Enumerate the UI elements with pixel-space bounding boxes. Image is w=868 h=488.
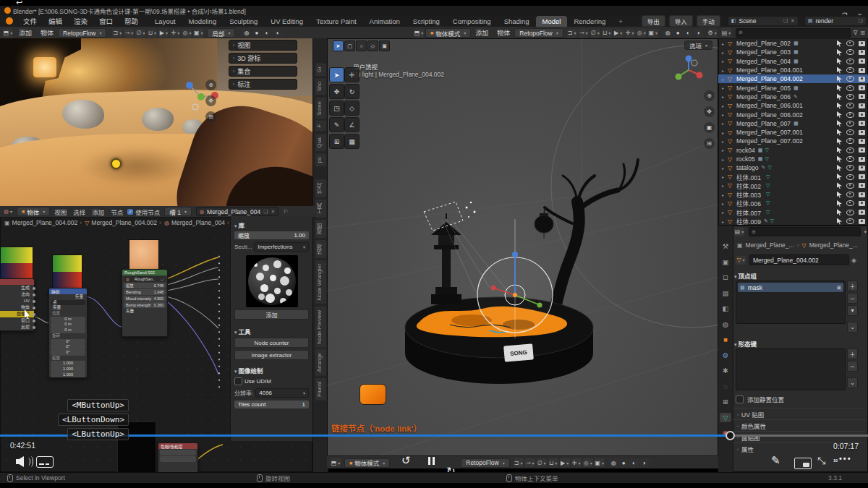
hide-viewport-icon[interactable] [846, 112, 854, 118]
hide-render-icon[interactable] [859, 77, 865, 82]
lock-icon[interactable]: ▣ [836, 285, 841, 291]
expand-icon[interactable]: ▸ [722, 210, 728, 215]
add-vertex-group-button[interactable]: ＋ [847, 281, 858, 291]
expand-icon[interactable]: ▸ [722, 121, 728, 126]
node-row[interactable]: 0 m [51, 328, 85, 333]
orientation-dropdown[interactable]: 局部 [207, 28, 235, 38]
toolbar-icon[interactable]: ✛ [170, 29, 180, 38]
image-paint-panel-header[interactable]: 图像绘制 [234, 366, 309, 374]
hide-viewport-icon[interactable] [846, 147, 854, 153]
hide-render-icon[interactable] [859, 174, 865, 179]
node-counter-button[interactable]: Node counter [234, 338, 309, 348]
selectable-icon[interactable] [837, 111, 842, 118]
editor-type-icon[interactable]: ▤ [734, 228, 744, 236]
node-row[interactable]: 0 m [51, 322, 85, 328]
select-mode-icon[interactable]: ○ [356, 40, 367, 51]
outliner-item[interactable]: ▸ ▽ 柱体.003 ▽ [718, 190, 868, 199]
hide-render-icon[interactable] [859, 201, 865, 206]
shading-icon[interactable]: ◑ [272, 29, 281, 38]
outliner-item[interactable]: ▸ ▽ Merged_Plane_006 ✎ [718, 93, 868, 101]
selectable-icon[interactable] [837, 49, 842, 56]
hide-viewport-icon[interactable] [846, 49, 854, 55]
selectable-icon[interactable] [837, 40, 842, 47]
node-input-socket[interactable]: 矢量 [124, 309, 166, 314]
tool-button[interactable]: ✥ [329, 84, 344, 99]
n-panel-section[interactable]: ›集合 [229, 66, 297, 77]
expand-icon[interactable]: ▸ [722, 94, 728, 99]
tool-button[interactable]: ∠ [344, 117, 359, 132]
hide-render-icon[interactable] [859, 41, 865, 46]
selectable-icon[interactable] [837, 58, 842, 64]
hide-render-icon[interactable] [859, 130, 865, 135]
new-scene-icon[interactable]: ❏ [783, 18, 788, 24]
node-output-socket[interactable]: 摄像机 [0, 311, 34, 317]
expand-icon[interactable]: ▸ [722, 85, 728, 90]
node-row[interactable]: 1.000 [51, 367, 85, 372]
overlay-popover-icon[interactable]: ⚙ [707, 29, 718, 38]
texture-coordinate-node[interactable]: 生成法向UV物体摄像机窗口反射 [0, 278, 35, 331]
toolbar-icon[interactable]: ▣ [648, 29, 658, 38]
expand-icon[interactable]: ▸ [722, 77, 728, 82]
hide-render-icon[interactable] [859, 219, 865, 224]
node-value-row[interactable]: Mixed intensity4.500 [124, 296, 166, 301]
sidebar-tab[interactable]: Node Preview [315, 307, 326, 348]
properties-tab-icon[interactable]: ⚒ [720, 241, 731, 251]
menu-item[interactable]: 添加 [92, 207, 104, 216]
material-selector[interactable]: ◍ Merged_Plane_004 ❏ ✕ [196, 207, 278, 216]
doc-button[interactable]: 导入 [669, 15, 693, 27]
pause-button[interactable] [428, 457, 435, 465]
add-shape-key-button[interactable]: ＋ [847, 348, 858, 359]
properties-tab-icon[interactable]: ▤ [720, 288, 731, 298]
shader-type-icon[interactable]: ◍ [4, 208, 12, 215]
node-row[interactable]: 1.000 [51, 361, 85, 367]
expand-icon[interactable]: ▸ [722, 192, 728, 197]
selectable-icon[interactable] [837, 120, 842, 127]
shape-keys-panel-header[interactable]: 形态键 [734, 339, 757, 348]
outliner-item[interactable]: ▸ ▽ Merged_Plane_007 ▦ [718, 119, 868, 128]
toolbar-icon[interactable]: ▶ [613, 29, 624, 38]
mesh-data-icon[interactable]: ▽ [736, 256, 746, 265]
add-menu[interactable]: 添加 [19, 28, 32, 38]
hide-viewport-icon[interactable] [846, 218, 854, 224]
hide-render-icon[interactable] [859, 157, 865, 162]
select-mode-icon[interactable]: ➤ [333, 40, 344, 51]
node-value-row[interactable]: Bump strength0.260 [124, 302, 166, 308]
toolbar-icon[interactable]: ∅ [590, 29, 600, 38]
properties-tab-icon[interactable]: ■ [720, 335, 731, 344]
viewlayer-selector[interactable]: ▤ render ❏ [804, 16, 867, 26]
nav-icon[interactable]: ✥ [205, 95, 216, 106]
remove-shape-key-button[interactable]: － [847, 361, 858, 372]
vertex-group-specials-button[interactable]: ▾ [847, 305, 858, 316]
menu-item[interactable]: 渲染 [68, 14, 93, 27]
shading-icon[interactable]: ◑ [694, 29, 703, 38]
selectable-icon[interactable] [837, 129, 842, 136]
node-row[interactable]: 点 [51, 300, 85, 306]
hide-render-icon[interactable] [859, 103, 865, 108]
pin-icon[interactable]: ⚐ [283, 208, 288, 215]
sidebar-tab[interactable]: Node Wrangler [315, 260, 326, 304]
properties-tab-icon[interactable]: ⊞ [720, 397, 731, 406]
tool-button[interactable]: ◇ [344, 100, 359, 116]
toolbar-icon[interactable]: ◎ [182, 29, 192, 38]
expand-icon[interactable]: ▸ [722, 112, 728, 117]
slot-dropdown[interactable]: 槽 1 [164, 207, 192, 216]
sidebar-tab[interactable]: Arrange [315, 349, 326, 376]
tool-button[interactable]: ✎ [329, 117, 344, 132]
new-collection-icon[interactable]: ⊞ [860, 30, 865, 36]
hide-viewport-icon[interactable] [846, 76, 854, 82]
sidebar-tab[interactable]: 工具 [315, 200, 326, 218]
menu-item[interactable]: 视图 [54, 207, 67, 216]
workspace-tab[interactable]: UV Editing [264, 16, 310, 27]
nav-icon[interactable]: ⊞ [205, 111, 216, 122]
hide-render-icon[interactable] [859, 112, 865, 117]
object-menu[interactable]: 物体 [41, 28, 54, 38]
n-panel-section[interactable]: ›标注 [229, 79, 297, 90]
menu-item[interactable]: 节点 [111, 207, 123, 216]
mode-dropdown[interactable]: ■物体模式 [425, 28, 471, 38]
hide-viewport-icon[interactable] [846, 174, 854, 180]
progress-bar-remaining[interactable] [729, 435, 868, 437]
selectable-icon[interactable] [837, 85, 842, 91]
node-output-socket[interactable]: 反射 [0, 324, 34, 330]
imperfection-preview[interactable] [246, 255, 298, 307]
mode-dropdown[interactable]: ■物体模式 [344, 458, 390, 468]
